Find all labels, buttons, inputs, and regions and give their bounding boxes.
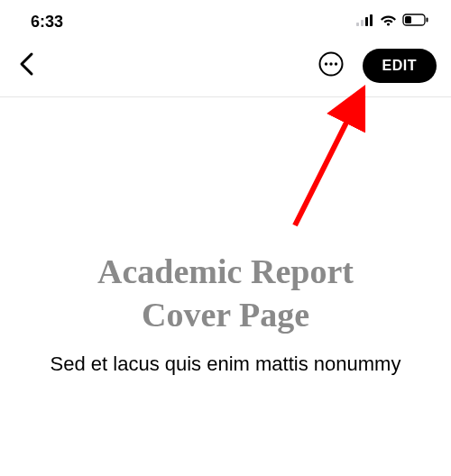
page-subtitle: Sed et lacus quis enim mattis nonummy	[0, 351, 451, 378]
wifi-icon	[380, 14, 397, 30]
battery-icon	[402, 14, 429, 30]
more-button[interactable]	[314, 47, 348, 84]
svg-point-9	[324, 62, 327, 65]
back-button[interactable]	[14, 48, 40, 83]
page-title: Academic Report Cover Page	[0, 251, 451, 336]
svg-rect-7	[427, 18, 428, 23]
svg-rect-3	[370, 14, 373, 26]
svg-point-10	[329, 62, 332, 65]
nav-bar: EDIT	[0, 40, 451, 97]
svg-point-11	[334, 62, 336, 65]
svg-point-4	[387, 23, 390, 25]
document-content: Academic Report Cover Page Sed et lacus …	[0, 97, 451, 378]
status-bar: 6:33	[0, 0, 451, 40]
svg-rect-0	[356, 23, 359, 26]
edit-button[interactable]: EDIT	[363, 49, 437, 83]
status-time: 6:33	[31, 13, 63, 32]
cellular-icon	[356, 14, 374, 30]
status-icons	[356, 14, 429, 30]
more-horizontal-icon	[318, 50, 345, 80]
title-line-2: Cover Page	[142, 296, 309, 334]
svg-rect-2	[365, 17, 368, 26]
svg-rect-1	[361, 20, 364, 26]
svg-rect-6	[405, 16, 411, 23]
title-line-1: Academic Report	[97, 252, 354, 290]
chevron-left-icon	[18, 51, 36, 79]
